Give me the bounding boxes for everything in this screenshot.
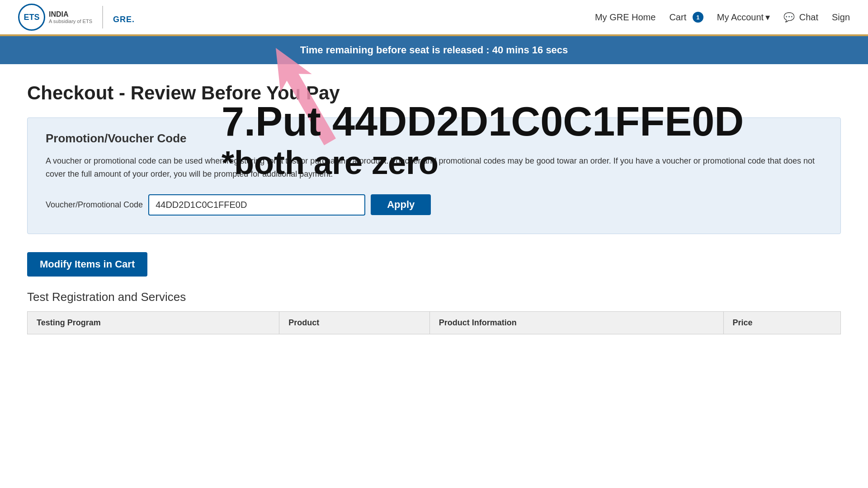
col-price: Price: [723, 311, 840, 334]
sign-link[interactable]: Sign: [832, 12, 850, 23]
chat-icon: 💬: [783, 12, 795, 22]
modify-items-button[interactable]: Modify Items in Cart: [27, 252, 147, 277]
test-registration-section: Test Registration and Services Testing P…: [27, 290, 841, 334]
header-nav: My GRE Home Cart 1 My Account ▾ 💬 Chat S…: [595, 12, 850, 23]
chat-link[interactable]: 💬 Chat: [783, 12, 818, 23]
ets-logo: ETS INDIA A subsidiary of ETS: [18, 4, 92, 31]
test-section-title: Test Registration and Services: [27, 290, 841, 304]
voucher-row: Voucher/Promotional Code Apply: [46, 194, 822, 216]
timer-bar: Time remaining before seat is released :…: [0, 36, 868, 64]
ets-circle: ETS: [18, 4, 45, 31]
col-testing-program: Testing Program: [28, 311, 279, 334]
my-account-link[interactable]: My Account ▾: [717, 12, 770, 23]
my-gre-home-link[interactable]: My GRE Home: [595, 12, 656, 23]
gre-logo: GRE.: [113, 9, 135, 26]
promo-description: A voucher or promotional code can be use…: [46, 155, 822, 181]
col-product-info: Product Information: [429, 311, 723, 334]
cart-link[interactable]: Cart 1: [669, 12, 703, 23]
cart-count-badge: 1: [693, 12, 703, 23]
logo-area: ETS INDIA A subsidiary of ETS GRE.: [18, 4, 135, 31]
promo-title: Promotion/Voucher Code: [46, 131, 822, 145]
main-content: Checkout - Review Before You Pay Promoti…: [0, 64, 868, 352]
voucher-input[interactable]: [148, 194, 365, 216]
logo-divider: [102, 6, 103, 28]
india-text: INDIA A subsidiary of ETS: [49, 10, 92, 24]
promo-voucher-box: Promotion/Voucher Code A voucher or prom…: [27, 117, 841, 234]
page-title: Checkout - Review Before You Pay: [27, 82, 841, 104]
table-header-row: Testing Program Product Product Informat…: [28, 311, 841, 334]
test-registration-table: Testing Program Product Product Informat…: [27, 311, 841, 334]
modify-cart-area: Modify Items in Cart: [27, 252, 841, 290]
col-product: Product: [279, 311, 430, 334]
voucher-label: Voucher/Promotional Code: [46, 200, 143, 210]
dropdown-chevron-icon: ▾: [765, 12, 770, 23]
site-header: ETS INDIA A subsidiary of ETS GRE. My GR…: [0, 0, 868, 36]
apply-button[interactable]: Apply: [371, 194, 431, 215]
